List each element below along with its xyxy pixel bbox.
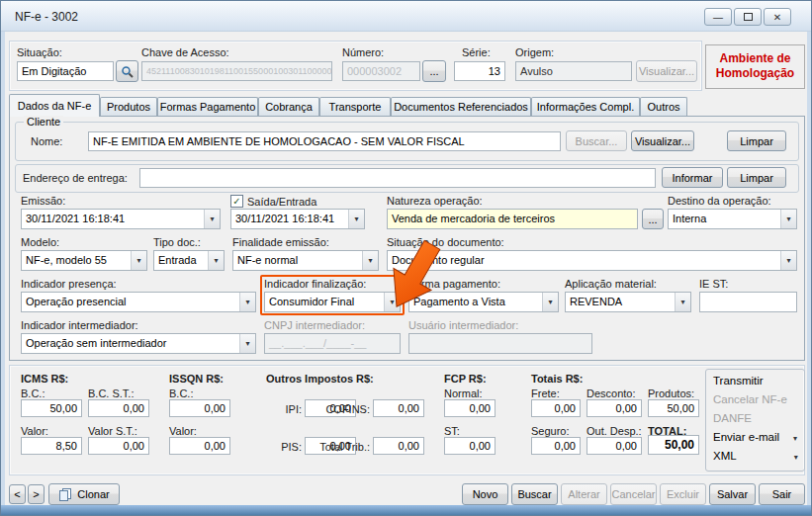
- xml-link[interactable]: XML ▾: [713, 450, 737, 462]
- icms-bc-label: B.C.:: [21, 387, 45, 399]
- indicador-presenca-select[interactable]: Operação presencial ▾: [21, 292, 256, 312]
- origem-label: Origem:: [515, 46, 554, 58]
- chevron-down-icon: ▾: [239, 293, 255, 311]
- numero-input: 000003002: [342, 61, 420, 81]
- issqn-valor-input[interactable]: 0,00: [169, 437, 230, 455]
- chevron-down-icon: ▾: [208, 251, 224, 270]
- issqn-bc-label: B.C.:: [169, 387, 193, 399]
- fcp-normal-label: Normal:: [444, 387, 483, 399]
- icms-bcst-label: B.C. S.T.:: [88, 387, 134, 399]
- icms-bc-input[interactable]: 50,00: [21, 399, 82, 417]
- frete-input[interactable]: 0,00: [531, 399, 581, 417]
- issqn-bc-input[interactable]: 0,00: [169, 399, 230, 417]
- icms-bcst-input[interactable]: 0,00: [88, 399, 149, 417]
- chave-acesso-label: Chave de Acesso:: [141, 46, 229, 58]
- frete-label: Frete:: [531, 387, 560, 399]
- fcp-st-input[interactable]: 0,00: [444, 437, 496, 455]
- produtos-input[interactable]: 50,00: [648, 399, 699, 417]
- tab-transporte[interactable]: Transporte: [319, 97, 391, 116]
- chevron-down-icon[interactable]: ▾: [793, 434, 797, 443]
- natureza-operacao-label: Natureza operação:: [387, 195, 483, 207]
- salvar-button[interactable]: Salvar: [709, 483, 756, 505]
- seguro-input[interactable]: 0,00: [531, 437, 581, 455]
- enviar-email-link[interactable]: Enviar e-mail ▾: [713, 431, 779, 443]
- novo-button[interactable]: Novo: [462, 483, 508, 505]
- tab-outros[interactable]: Outros: [640, 97, 687, 116]
- nome-input[interactable]: NF-E EMITIDA EM AMBIENTE DE HOMOLOGACAO …: [88, 131, 561, 151]
- ipi-label: IPI:: [274, 403, 302, 415]
- chevron-down-icon: ▾: [542, 293, 558, 311]
- outros-impostos-header: Outros Impostos R$:: [266, 373, 374, 385]
- saida-value: 30/11/2021 16:18:41: [235, 213, 334, 224]
- minimize-button[interactable]: —: [704, 8, 732, 26]
- total-trib-input[interactable]: 0,00: [373, 437, 424, 455]
- chevron-down-icon[interactable]: ▾: [794, 453, 798, 462]
- informar-button[interactable]: Informar: [662, 167, 723, 188]
- destino-operacao-label: Destino da operação:: [668, 195, 771, 207]
- minimize-icon: —: [713, 12, 723, 23]
- endereco-entrega-input[interactable]: [139, 168, 656, 188]
- fcp-header: FCP R$:: [444, 373, 487, 385]
- fcp-normal-input[interactable]: 0,00: [444, 399, 496, 417]
- aplicacao-material-label: Aplicação material:: [565, 278, 657, 290]
- copy-icon: [58, 487, 72, 501]
- maximize-icon: [744, 13, 753, 21]
- buscar-footer-button[interactable]: Buscar: [511, 483, 558, 505]
- chevron-down-icon: ▾: [780, 251, 796, 270]
- icms-valorst-label: Valor S.T.:: [88, 425, 137, 437]
- indicador-intermediador-select[interactable]: Operação sem intermediador ▾: [21, 333, 256, 354]
- icms-valorst-input[interactable]: 0,00: [88, 437, 149, 455]
- transmitir-link[interactable]: Transmitir: [713, 375, 764, 387]
- chave-acesso-input: 4521110083010198110015500010030110000003…: [141, 61, 332, 81]
- sair-button[interactable]: Sair: [759, 483, 805, 505]
- serie-input[interactable]: 13: [454, 61, 505, 81]
- cliente-visualizar-button[interactable]: Visualizar...: [631, 130, 694, 151]
- tab-informacoes-compl[interactable]: Informações Compl.: [531, 97, 640, 116]
- ie-st-input[interactable]: [699, 292, 797, 312]
- tab-produtos[interactable]: Produtos: [100, 97, 157, 116]
- window-right-edge: [807, 32, 811, 505]
- tipo-doc-select[interactable]: Entrada ▾: [153, 250, 225, 271]
- saida-entrada-label: Saída/Entrada: [247, 196, 316, 208]
- cofins-label: COFINS:: [324, 403, 370, 415]
- total-input[interactable]: 50,00: [648, 435, 699, 455]
- situacao-search-button[interactable]: [116, 60, 138, 82]
- prev-button[interactable]: <: [9, 484, 26, 504]
- produtos-label: Produtos:: [648, 387, 694, 399]
- saida-datetime[interactable]: 30/11/2021 16:18:41 ▾: [230, 209, 365, 229]
- destino-operacao-select[interactable]: Interna ▾: [668, 209, 797, 229]
- tab-formas-pagamento[interactable]: Formas Pagamento: [157, 97, 258, 116]
- natureza-operacao-input[interactable]: Venda de mercadoria de terceiros: [387, 209, 638, 229]
- chevron-down-icon: ▾: [362, 251, 378, 270]
- finalidade-emissao-select[interactable]: NF-e normal ▾: [232, 250, 379, 271]
- cliente-limpar-button[interactable]: Limpar: [727, 130, 786, 151]
- saida-entrada-checkbox[interactable]: ✓: [230, 195, 243, 208]
- excluir-button: Excluir: [660, 483, 706, 505]
- maximize-button[interactable]: [734, 8, 762, 26]
- desconto-input[interactable]: 0,00: [586, 399, 642, 417]
- clonar-button[interactable]: Clonar: [48, 483, 120, 505]
- out-desp-label: Out. Desp.:: [586, 425, 642, 437]
- cofins-input[interactable]: 0,00: [373, 399, 424, 417]
- tab-cobranca[interactable]: Cobrança: [258, 97, 319, 116]
- emissao-datetime[interactable]: 30/11/2021 16:18:41 ▾: [21, 209, 221, 229]
- cnpj-intermediador-input: __.___.___/____-__: [264, 333, 401, 354]
- issqn-header: ISSQN R$:: [169, 373, 224, 385]
- close-button[interactable]: ✕: [764, 8, 791, 26]
- next-button[interactable]: >: [28, 484, 45, 504]
- modelo-label: Modelo:: [21, 236, 59, 248]
- natureza-browse-button[interactable]: ...: [642, 209, 664, 229]
- cliente-group-label: Cliente: [24, 116, 63, 128]
- numero-browse-button[interactable]: ...: [422, 60, 446, 82]
- situacao-input[interactable]: Em Digitação: [17, 61, 114, 81]
- out-desp-input[interactable]: 0,00: [586, 437, 642, 455]
- endereco-limpar-button[interactable]: Limpar: [727, 167, 786, 188]
- icms-valor-input[interactable]: 8,50: [21, 437, 82, 455]
- modelo-select[interactable]: NF-e, modelo 55 ▾: [21, 250, 147, 271]
- aplicacao-material-select[interactable]: REVENDA ▾: [565, 292, 691, 312]
- indicador-intermediador-value: Operação sem intermediador: [26, 337, 166, 349]
- tab-dados-nfe[interactable]: Dados da NF-e: [9, 94, 100, 117]
- tab-documentos-referenciados[interactable]: Documentos Referenciados: [391, 97, 531, 116]
- cliente-buscar-button: Buscar...: [566, 130, 627, 151]
- fcp-st-label: ST:: [444, 425, 460, 437]
